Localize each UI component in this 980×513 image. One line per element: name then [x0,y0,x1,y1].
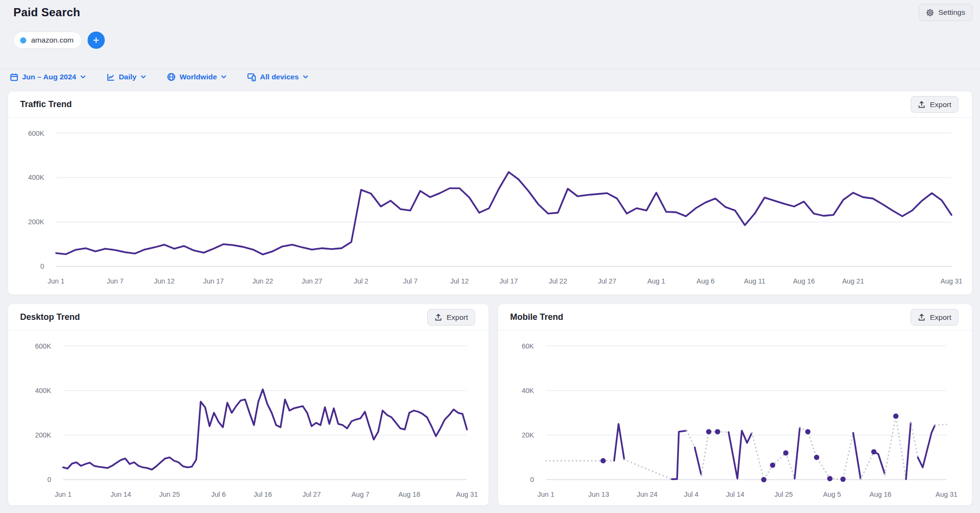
x-axis-tick-label: Aug 31 [935,491,958,498]
x-axis-tick-label: Jun 13 [589,491,609,498]
filter-region[interactable]: Worldwide [167,73,226,81]
domain-chip-row: amazon.com + [13,32,105,49]
filter-devices[interactable]: All devices [247,73,308,81]
data-point-marker [871,449,877,454]
x-axis-tick-label: Jun 24 [637,491,657,498]
y-axis-tick-label: 60K [522,342,534,350]
trend-line [56,172,951,254]
x-axis-tick-label: Aug 16 [869,491,891,498]
plus-icon: + [93,32,99,48]
data-point-marker [814,455,819,460]
x-axis-tick-label: Jun 1 [48,277,65,285]
x-axis-tick-label: Jun 12 [154,277,175,285]
chevron-down-icon [141,75,146,79]
desktop-trend-chart: 0200K400K600KJun 1Jun 14Jun 25Jul 6Jul 1… [8,304,489,505]
x-axis-tick-label: Jul 7 [403,277,417,285]
y-axis-tick-label: 0 [40,262,44,270]
mobile-export-button[interactable]: Export [911,309,958,326]
data-point-marker [827,476,833,481]
estimated-trend-segment [702,432,729,475]
filter-date-range[interactable]: Jun – Aug 2024 [10,73,86,81]
x-axis-tick-label: Jun 22 [252,277,273,285]
x-axis-tick-label: Jun 14 [111,491,131,498]
x-axis-tick-label: Aug 18 [398,491,420,498]
measured-trend-segment [874,452,885,474]
x-axis-tick-label: Jun 27 [301,277,322,285]
data-point-marker [805,429,811,434]
domain-chip-label: amazon.com [31,36,74,44]
measured-trend-segment [614,424,624,461]
filter-granularity[interactable]: Daily [107,73,146,81]
x-axis-tick-label: Jul 2 [354,277,368,285]
estimated-trend-segment [935,425,947,425]
y-axis-tick-label: 400K [35,387,51,394]
x-axis-tick-label: Aug 1 [647,277,666,285]
page-title: Paid Search [13,6,80,19]
traffic-export-button[interactable]: Export [911,96,958,113]
x-axis-tick-label: Jul 27 [302,491,321,498]
y-axis-tick-label: 0 [530,476,534,483]
x-axis-tick-label: Aug 16 [793,277,815,285]
x-axis-tick-label: Jun 1 [55,491,71,498]
x-axis-tick-label: Aug 11 [744,277,766,285]
traffic-trend-card: Traffic Trend Export 0200K400K600KJun 1J… [8,91,972,295]
y-axis-tick-label: 600K [35,342,51,350]
mobile-card-title: Mobile Trend [510,312,563,322]
settings-button[interactable]: Settings [919,4,972,21]
paid-search-page: { "page": {"title": "Paid Search"}, "hea… [0,0,980,513]
line-chart-icon [107,73,115,81]
y-axis-tick-label: 0 [47,476,51,483]
estimated-trend-segment [752,433,794,480]
gear-icon [926,9,934,17]
estimated-trend-segment [885,416,906,479]
data-point-marker [706,429,712,434]
x-axis-tick-label: Jul 6 [211,491,225,498]
y-axis-tick-label: 200K [28,218,45,226]
filter-label: Worldwide [179,73,217,81]
chevron-down-icon [303,75,308,79]
x-axis-tick-label: Aug 31 [941,277,963,285]
chevron-down-icon [80,75,86,79]
export-button-label: Export [930,100,951,109]
y-axis-tick-label: 20K [522,431,534,439]
export-button-label: Export [930,313,951,322]
mobile-trend-chart: 020K40K60KJun 1Jun 13Jun 24Jul 4Jul 14Ju… [498,304,972,505]
data-point-marker [893,414,899,419]
traffic-card-title: Traffic Trend [20,99,72,109]
filter-label: Jun – Aug 2024 [22,73,76,81]
data-point-marker [770,462,775,468]
domain-color-dot [20,37,26,44]
y-axis-tick-label: 40K [522,387,534,394]
estimated-trend-segment [800,427,853,480]
x-axis-tick-label: Jul 4 [684,491,698,498]
estimated-trend-segment [687,431,695,448]
y-axis-tick-label: 200K [35,431,51,439]
add-domain-button[interactable]: + [88,32,105,49]
settings-button-label: Settings [938,8,965,17]
x-axis-tick-label: Aug 31 [456,491,478,498]
x-axis-tick-label: Aug 6 [697,277,715,285]
x-axis-tick-label: Jun 7 [107,277,123,285]
data-point-marker [783,450,789,456]
trend-line [63,389,467,469]
x-axis-tick-label: Jul 22 [549,277,567,285]
y-axis-tick-label: 400K [28,174,45,181]
x-axis-tick-label: Aug 21 [842,277,864,285]
x-axis-tick-label: Jul 17 [500,277,518,285]
export-icon [918,314,925,321]
x-axis-tick-label: Jul 12 [450,277,468,285]
desktop-export-button[interactable]: Export [427,309,475,326]
traffic-card-header: Traffic Trend [8,91,972,118]
globe-icon [167,73,176,81]
measured-trend-segment [795,427,800,479]
x-axis-tick-label: Jul 14 [726,491,744,498]
filter-label: All devices [260,73,299,81]
desktop-card-header: Desktop Trend [8,304,489,330]
mobile-trend-card: Mobile Trend Export 020K40K60KJun 1Jun 1… [498,304,972,506]
x-axis-tick-label: Jul 16 [254,491,272,498]
traffic-trend-chart: 0200K400K600KJun 1Jun 7Jun 12Jun 17Jun 2… [8,91,972,295]
y-axis-tick-label: 600K [28,130,45,137]
domain-chip[interactable]: amazon.com [13,32,82,49]
x-axis-tick-label: Aug 7 [351,491,369,498]
measured-trend-segment [672,431,687,480]
